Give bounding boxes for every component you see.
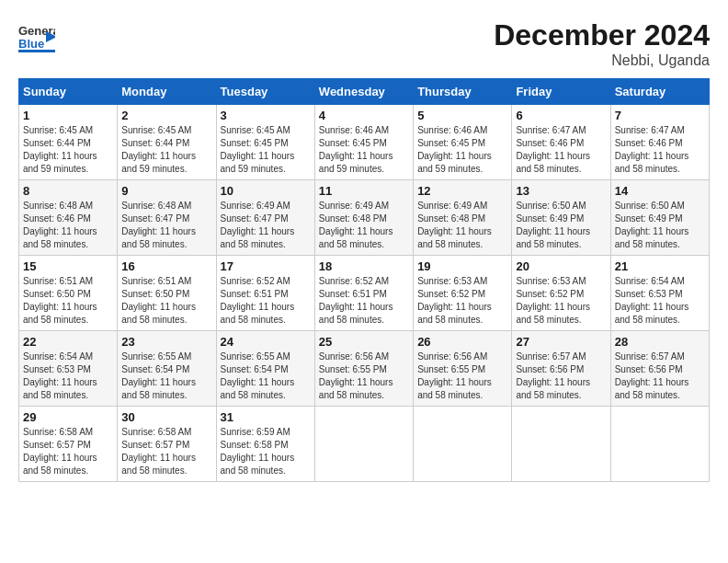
day-info: Sunrise: 6:45 AM Sunset: 6:44 PM Dayligh… — [121, 124, 211, 176]
day-number: 14 — [615, 184, 705, 198]
sunrise-label: Sunrise: 6:46 AM — [417, 125, 487, 135]
day-number: 8 — [23, 184, 113, 198]
sunset-label: Sunset: 6:50 PM — [121, 289, 189, 299]
svg-rect-3 — [18, 50, 55, 52]
day-number: 25 — [319, 335, 409, 349]
daylight-label: Daylight: 11 hours and 58 minutes. — [121, 302, 196, 325]
sunrise-label: Sunrise: 6:46 AM — [319, 125, 389, 135]
daylight-label: Daylight: 11 hours and 58 minutes. — [615, 302, 689, 325]
sunrise-label: Sunrise: 6:55 AM — [121, 351, 191, 362]
sunrise-label: Sunrise: 6:58 AM — [121, 427, 191, 437]
day-info: Sunrise: 6:54 AM Sunset: 6:53 PM Dayligh… — [615, 275, 705, 327]
daylight-label: Daylight: 11 hours and 58 minutes. — [417, 377, 492, 400]
day-info: Sunrise: 6:58 AM Sunset: 6:57 PM Dayligh… — [23, 426, 113, 477]
col-header-thursday: Thursday — [414, 79, 512, 105]
sunset-label: Sunset: 6:53 PM — [23, 364, 91, 374]
daylight-label: Daylight: 11 hours and 58 minutes. — [121, 453, 196, 476]
day-number: 9 — [121, 184, 211, 198]
daylight-label: Daylight: 11 hours and 58 minutes. — [221, 302, 295, 325]
col-header-tuesday: Tuesday — [216, 79, 314, 105]
calendar-cell: 11 Sunrise: 6:49 AM Sunset: 6:48 PM Dayl… — [314, 180, 413, 256]
day-number: 13 — [516, 184, 606, 198]
sunset-label: Sunset: 6:44 PM — [23, 138, 91, 148]
sunrise-label: Sunrise: 6:47 AM — [615, 125, 685, 135]
day-number: 4 — [319, 109, 409, 122]
day-info: Sunrise: 6:52 AM Sunset: 6:51 PM Dayligh… — [319, 275, 409, 327]
day-number: 5 — [417, 109, 507, 122]
sunrise-label: Sunrise: 6:50 AM — [516, 201, 586, 211]
week-row-5: 29 Sunrise: 6:58 AM Sunset: 6:57 PM Dayl… — [19, 407, 710, 482]
calendar-cell: 23 Sunrise: 6:55 AM Sunset: 6:54 PM Dayl… — [118, 331, 216, 407]
sunrise-label: Sunrise: 6:58 AM — [23, 427, 93, 437]
sunrise-label: Sunrise: 6:53 AM — [417, 276, 487, 286]
day-number: 16 — [121, 259, 211, 273]
day-number: 19 — [417, 259, 507, 273]
calendar-cell: 12 Sunrise: 6:49 AM Sunset: 6:48 PM Dayl… — [414, 180, 512, 256]
day-info: Sunrise: 6:56 AM Sunset: 6:55 PM Dayligh… — [417, 350, 507, 402]
daylight-label: Daylight: 11 hours and 58 minutes. — [23, 302, 97, 325]
day-info: Sunrise: 6:47 AM Sunset: 6:46 PM Dayligh… — [516, 124, 606, 176]
day-info: Sunrise: 6:48 AM Sunset: 6:47 PM Dayligh… — [121, 200, 211, 251]
calendar-cell: 15 Sunrise: 6:51 AM Sunset: 6:50 PM Dayl… — [19, 256, 118, 331]
day-number: 30 — [121, 410, 211, 424]
calendar-cell: 25 Sunrise: 6:56 AM Sunset: 6:55 PM Dayl… — [314, 331, 413, 407]
day-info: Sunrise: 6:48 AM Sunset: 6:46 PM Dayligh… — [23, 200, 113, 251]
sunrise-label: Sunrise: 6:53 AM — [516, 276, 586, 286]
sunset-label: Sunset: 6:44 PM — [121, 138, 189, 148]
day-info: Sunrise: 6:55 AM Sunset: 6:54 PM Dayligh… — [221, 350, 311, 402]
calendar-cell: 30 Sunrise: 6:58 AM Sunset: 6:57 PM Dayl… — [118, 407, 216, 482]
day-number: 21 — [615, 259, 705, 273]
day-number: 6 — [516, 109, 606, 122]
daylight-label: Daylight: 11 hours and 59 minutes. — [121, 151, 196, 174]
day-number: 12 — [417, 184, 507, 198]
day-info: Sunrise: 6:56 AM Sunset: 6:55 PM Dayligh… — [319, 350, 409, 402]
sunset-label: Sunset: 6:57 PM — [121, 440, 189, 450]
daylight-label: Daylight: 11 hours and 58 minutes. — [516, 377, 590, 400]
calendar-table: SundayMondayTuesdayWednesdayThursdayFrid… — [18, 78, 710, 482]
day-info: Sunrise: 6:50 AM Sunset: 6:49 PM Dayligh… — [516, 200, 606, 251]
sunrise-label: Sunrise: 6:51 AM — [23, 276, 93, 286]
daylight-label: Daylight: 11 hours and 59 minutes. — [319, 151, 393, 174]
sunrise-label: Sunrise: 6:56 AM — [319, 351, 389, 362]
sunset-label: Sunset: 6:56 PM — [615, 364, 683, 374]
sunset-label: Sunset: 6:45 PM — [221, 138, 289, 148]
logo: General Blue — [18, 18, 57, 55]
sunrise-label: Sunrise: 6:48 AM — [23, 201, 93, 211]
day-number: 3 — [221, 109, 311, 122]
daylight-label: Daylight: 11 hours and 58 minutes. — [319, 377, 393, 400]
sunrise-label: Sunrise: 6:45 AM — [221, 125, 290, 135]
sunrise-label: Sunrise: 6:52 AM — [319, 276, 389, 286]
week-row-3: 15 Sunrise: 6:51 AM Sunset: 6:50 PM Dayl… — [19, 256, 710, 331]
daylight-label: Daylight: 11 hours and 58 minutes. — [319, 302, 393, 325]
day-number: 10 — [221, 184, 311, 198]
day-info: Sunrise: 6:49 AM Sunset: 6:47 PM Dayligh… — [221, 200, 311, 251]
daylight-label: Daylight: 11 hours and 58 minutes. — [417, 226, 492, 249]
daylight-label: Daylight: 11 hours and 58 minutes. — [121, 377, 196, 400]
page-subtitle: Nebbi, Uganda — [494, 52, 710, 69]
day-number: 7 — [615, 109, 705, 122]
calendar-cell: 4 Sunrise: 6:46 AM Sunset: 6:45 PM Dayli… — [314, 105, 413, 180]
week-row-2: 8 Sunrise: 6:48 AM Sunset: 6:46 PM Dayli… — [19, 180, 710, 256]
sunset-label: Sunset: 6:54 PM — [121, 364, 189, 374]
day-number: 22 — [23, 335, 113, 349]
col-header-monday: Monday — [118, 79, 216, 105]
sunset-label: Sunset: 6:47 PM — [121, 213, 189, 224]
calendar-cell: 16 Sunrise: 6:51 AM Sunset: 6:50 PM Dayl… — [118, 256, 216, 331]
svg-text:Blue: Blue — [18, 37, 44, 51]
daylight-label: Daylight: 11 hours and 58 minutes. — [23, 377, 97, 400]
sunrise-label: Sunrise: 6:54 AM — [615, 276, 685, 286]
daylight-label: Daylight: 11 hours and 58 minutes. — [516, 226, 590, 249]
day-info: Sunrise: 6:51 AM Sunset: 6:50 PM Dayligh… — [23, 275, 113, 327]
calendar-cell: 22 Sunrise: 6:54 AM Sunset: 6:53 PM Dayl… — [19, 331, 118, 407]
calendar-cell: 21 Sunrise: 6:54 AM Sunset: 6:53 PM Dayl… — [610, 256, 709, 331]
daylight-label: Daylight: 11 hours and 58 minutes. — [615, 151, 689, 174]
sunset-label: Sunset: 6:46 PM — [615, 138, 683, 148]
day-number: 28 — [615, 335, 705, 349]
day-info: Sunrise: 6:45 AM Sunset: 6:44 PM Dayligh… — [23, 124, 113, 176]
sunset-label: Sunset: 6:52 PM — [417, 289, 485, 299]
sunset-label: Sunset: 6:46 PM — [23, 213, 91, 224]
daylight-label: Daylight: 11 hours and 58 minutes. — [221, 453, 295, 476]
calendar-cell — [414, 407, 512, 482]
day-number: 18 — [319, 259, 409, 273]
sunrise-label: Sunrise: 6:54 AM — [23, 351, 93, 362]
